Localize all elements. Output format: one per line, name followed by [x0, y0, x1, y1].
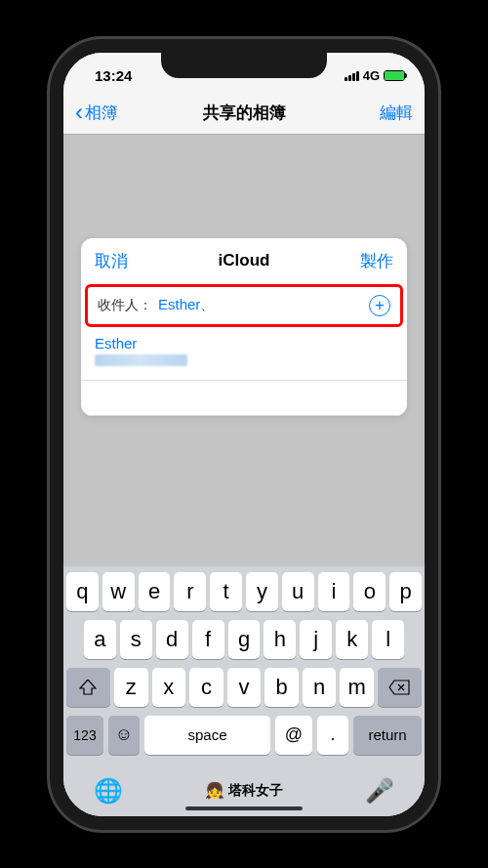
watermark-icon: 👧 — [205, 781, 224, 800]
network-label: 4G — [363, 68, 380, 83]
key-x[interactable]: x — [152, 668, 186, 707]
backspace-icon — [388, 680, 410, 695]
key-h[interactable]: h — [264, 620, 296, 659]
shift-key[interactable] — [66, 668, 110, 707]
key-a[interactable]: a — [84, 620, 116, 659]
recipients-label: 收件人： — [98, 297, 152, 314]
sheet-header: 取消 iCloud 製作 — [81, 238, 407, 284]
key-v[interactable]: v — [227, 668, 262, 707]
notch — [161, 53, 327, 78]
numbers-key[interactable]: 123 — [66, 716, 103, 755]
status-right: 4G — [345, 68, 405, 83]
recipients-field[interactable]: 收件人： Esther、 + — [85, 284, 403, 327]
space-key[interactable]: space — [144, 716, 270, 755]
key-q[interactable]: q — [66, 572, 99, 611]
key-u[interactable]: u — [282, 572, 314, 611]
globe-icon[interactable]: 🌐 — [94, 777, 123, 805]
key-i[interactable]: i — [318, 572, 350, 611]
dot-key[interactable]: . — [317, 716, 348, 755]
icloud-sheet: 取消 iCloud 製作 收件人： Esther、 + Esther — [81, 238, 407, 416]
key-s[interactable]: s — [120, 620, 152, 659]
back-button[interactable]: ‹ 相簿 — [75, 101, 118, 124]
key-l[interactable]: l — [372, 620, 404, 659]
back-label: 相簿 — [85, 102, 118, 124]
suggestion-name: Esther — [95, 335, 393, 351]
edit-button[interactable]: 編輯 — [380, 102, 413, 124]
key-c[interactable]: c — [189, 668, 224, 707]
mic-icon[interactable]: 🎤 — [365, 777, 394, 805]
key-k[interactable]: k — [336, 620, 368, 659]
home-indicator[interactable] — [185, 806, 303, 810]
battery-icon — [384, 70, 405, 81]
return-key[interactable]: return — [353, 716, 422, 755]
delete-key[interactable] — [378, 668, 422, 707]
key-t[interactable]: t — [210, 572, 242, 611]
key-y[interactable]: y — [246, 572, 278, 611]
keyboard: qwertyuiop asdfghjkl zxcvbnm 123 ☺ space… — [63, 566, 425, 816]
list-item — [81, 381, 407, 416]
key-j[interactable]: j — [300, 620, 332, 659]
phone-frame: 13:24 4G ‹ 相簿 共享的相簿 編輯 取消 iCloud 製作 — [50, 39, 438, 830]
key-r[interactable]: r — [174, 572, 206, 611]
suggestion-detail-blurred — [95, 354, 187, 366]
key-m[interactable]: m — [340, 668, 374, 707]
keyboard-bottom: 🌐 👧 塔科女子 🎤 — [66, 764, 422, 812]
create-button[interactable]: 製作 — [360, 250, 393, 272]
at-key[interactable]: @ — [275, 716, 312, 755]
add-contact-icon[interactable]: + — [369, 295, 390, 316]
emoji-key[interactable]: ☺ — [108, 716, 140, 755]
key-z[interactable]: z — [114, 668, 148, 707]
status-time: 13:24 — [83, 67, 132, 84]
key-n[interactable]: n — [303, 668, 337, 707]
chevron-left-icon: ‹ — [75, 101, 83, 124]
key-f[interactable]: f — [192, 620, 224, 659]
shift-icon — [79, 680, 97, 695]
page-title: 共享的相簿 — [203, 102, 286, 124]
cancel-button[interactable]: 取消 — [95, 250, 128, 272]
screen: 13:24 4G ‹ 相簿 共享的相簿 編輯 取消 iCloud 製作 — [63, 53, 425, 816]
key-b[interactable]: b — [264, 668, 299, 707]
key-d[interactable]: d — [156, 620, 188, 659]
contact-suggestion[interactable]: Esther — [81, 327, 407, 381]
recipients-value: Esther、 — [152, 296, 369, 314]
nav-bar: ‹ 相簿 共享的相簿 編輯 — [63, 92, 425, 135]
key-w[interactable]: w — [102, 572, 135, 611]
key-g[interactable]: g — [228, 620, 261, 659]
key-o[interactable]: o — [353, 572, 386, 611]
sheet-title: iCloud — [219, 251, 270, 270]
watermark-text: 塔科女子 — [228, 782, 283, 800]
key-p[interactable]: p — [389, 572, 422, 611]
signal-icon — [345, 71, 359, 81]
watermark: 👧 塔科女子 — [205, 781, 283, 800]
key-e[interactable]: e — [139, 572, 171, 611]
